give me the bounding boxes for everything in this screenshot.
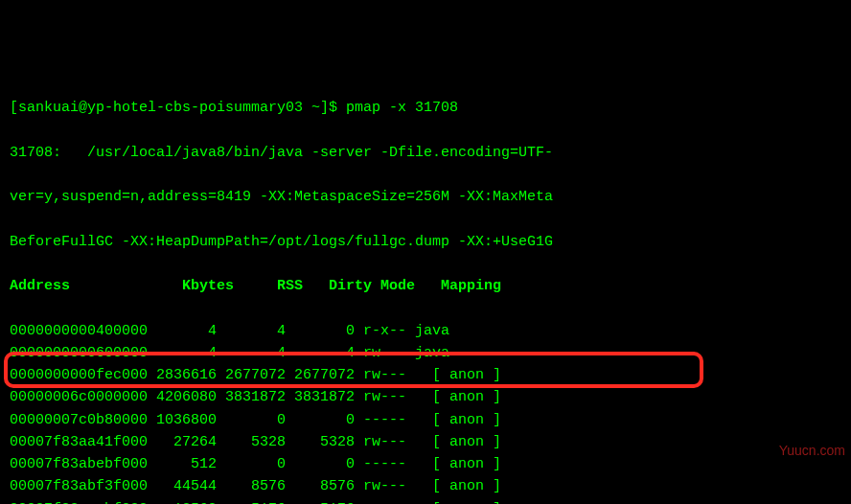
process-info-line-2: ver=y,suspend=n,address=8419 -XX:Metaspa… [10,186,841,208]
memory-map-row: 00007f83abf3f000 44544 8576 8576 rw--- [… [10,475,841,497]
memory-map-row: 00000006c0000000 4206080 3831872 3831872… [10,386,841,408]
memory-map-rows: 0000000000400000 4 4 0 r-x-- java0000000… [10,320,841,505]
memory-map-row: 00007f83aeabf000 10560 5176 5176 rw--- [… [10,498,841,505]
memory-map-row: 00000007c0b80000 1036800 0 0 ----- [ ano… [10,409,841,431]
memory-map-row: 0000000000fec000 2836616 2677072 2677072… [10,364,841,386]
shell-prompt: [sankuai@yp-hotel-cbs-poisummary03 ~]$ [10,100,346,116]
process-info-line-3: BeforeFullGC -XX:HeapDumpPath=/opt/logs/… [10,231,841,253]
memory-map-row: 00007f83abebf000 512 0 0 ----- [ anon ] [10,453,841,475]
memory-map-row: 0000000000600000 4 4 4 rw--- java [10,342,841,364]
memory-map-row: 0000000000400000 4 4 0 r-x-- java [10,320,841,342]
command-prompt-line: [sankuai@yp-hotel-cbs-poisummary03 ~]$ p… [10,97,841,119]
process-info-line-1: 31708: /usr/local/java8/bin/java -server… [10,142,841,164]
memory-map-row: 00007f83aa41f000 27264 5328 5328 rw--- [… [10,431,841,453]
table-header-row: Address Kbytes RSS Dirty Mode Mapping [10,275,841,297]
command-text: pmap -x 31708 [346,100,458,116]
